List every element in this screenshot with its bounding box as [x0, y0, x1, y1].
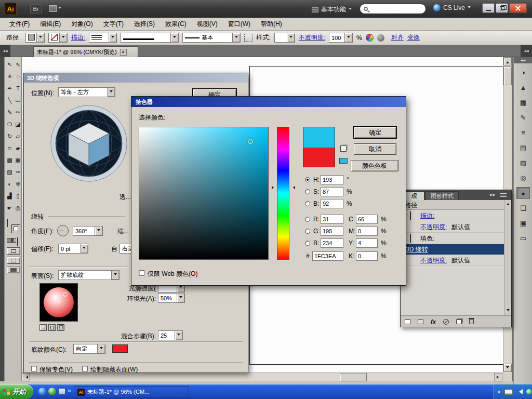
eraser-tool[interactable]: ◪ — [14, 120, 22, 128]
pen-tool[interactable]: ✒ — [6, 84, 14, 92]
volume-icon[interactable] — [516, 389, 523, 394]
free-transform-tool[interactable]: ▰ — [14, 144, 22, 152]
y-input[interactable] — [356, 238, 378, 248]
angle-dropdown[interactable]: 360° — [73, 226, 103, 236]
light-handle[interactable] — [63, 292, 68, 297]
g-radio[interactable] — [305, 229, 310, 234]
minimize-button[interactable] — [482, 3, 495, 13]
workspace-switcher[interactable]: 基本功能 — [312, 4, 352, 15]
artboards-panel-icon[interactable]: ▭ — [516, 232, 530, 244]
select-similar-icon[interactable] — [244, 34, 252, 42]
rectangle-tool[interactable]: ▭ — [14, 96, 22, 104]
right-panel-collapse[interactable]: ◀◀ — [521, 45, 532, 57]
b2-input[interactable] — [321, 238, 343, 248]
layers-panel-icon[interactable]: ▣ — [516, 217, 530, 229]
stroke-weight-dropdown[interactable] — [89, 33, 117, 43]
s-input[interactable] — [321, 187, 343, 196]
new-fill-icon[interactable] — [418, 320, 423, 324]
new-stroke-icon[interactable] — [405, 320, 410, 324]
blend-tool[interactable]: ◐ — [6, 180, 14, 188]
stroke-link[interactable]: 描边: — [71, 33, 85, 42]
surface-dropdown[interactable]: 扩散底纹 — [58, 270, 119, 280]
b-radio[interactable] — [305, 201, 310, 206]
r-input[interactable] — [321, 215, 343, 224]
opacity-link[interactable]: 不透明度: — [299, 33, 325, 42]
input-method-icon[interactable] — [504, 389, 513, 395]
transparency-panel-icon[interactable]: ▨ — [516, 157, 530, 169]
panel-scroll-down-icon[interactable] — [507, 309, 510, 313]
selection-tool[interactable]: ↖ — [6, 60, 14, 69]
object-opacity-link[interactable]: 不透明度: — [420, 256, 447, 265]
move-light-button[interactable] — [39, 324, 47, 331]
k-input[interactable] — [356, 251, 378, 261]
panel-menu-icon[interactable] — [500, 193, 507, 197]
fill-row[interactable]: 填色: — [401, 233, 504, 244]
transform-link[interactable]: 变换 — [407, 33, 420, 42]
menu-object[interactable]: 对象(O) — [66, 20, 98, 29]
recolor-artwork-icon[interactable] — [366, 34, 374, 42]
restore-button[interactable] — [496, 3, 508, 13]
symbol-sprayer-tool[interactable]: ❉ — [14, 180, 22, 188]
mesh-tool[interactable]: ▦ — [14, 156, 22, 164]
hex-input[interactable] — [312, 251, 343, 261]
tab-close-icon[interactable]: ✕ — [120, 49, 127, 56]
add-effect-icon[interactable]: fx — [431, 318, 436, 325]
width-tool[interactable]: ≍ — [6, 144, 14, 152]
quick-launch-mail-icon[interactable] — [48, 388, 56, 395]
none-mode-button[interactable] — [17, 237, 18, 246]
screen-mode-button[interactable] — [7, 266, 20, 273]
shading-color-dropdown[interactable]: 自定 — [73, 344, 105, 354]
web-color-snap-swatch[interactable] — [339, 158, 348, 164]
column-graph-tool[interactable]: ▟ — [6, 192, 14, 200]
stroke-opacity-link[interactable]: 不透明度: — [420, 223, 447, 232]
g-input[interactable] — [321, 227, 343, 236]
quick-launch-show-desktop-icon[interactable] — [58, 388, 65, 395]
tray-status-icon[interactable] — [526, 389, 531, 394]
gradient-tool[interactable]: ▨ — [6, 168, 14, 176]
web-only-checkbox[interactable] — [139, 270, 144, 276]
color-panel-icon[interactable]: ◑ — [516, 66, 530, 78]
preserve-spot-checkbox[interactable] — [31, 366, 37, 371]
hue-marker-right-icon[interactable] — [291, 186, 295, 189]
picker-cancel-button[interactable]: 取消 — [354, 143, 396, 155]
bridge-icon[interactable]: Br — [30, 4, 42, 14]
trackball-preview[interactable] — [50, 104, 128, 182]
color-mode-button[interactable] — [7, 238, 11, 243]
lighting-sphere-preview[interactable] — [39, 283, 78, 322]
direct-selection-tool[interactable]: ⇖ — [14, 60, 22, 69]
shape-builder-tool[interactable]: ▩ — [6, 156, 14, 164]
menu-select[interactable]: 选择(S) — [129, 20, 160, 29]
symbol-options-icon[interactable] — [377, 34, 384, 42]
b-input[interactable] — [321, 199, 343, 208]
menu-view[interactable]: 视图(V) — [192, 20, 223, 29]
type-tool[interactable]: T — [14, 84, 22, 92]
scroll-down-button[interactable] — [503, 364, 512, 372]
brush-definition-dropdown[interactable]: 基本 — [182, 33, 241, 43]
symbols-panel-icon[interactable]: ◎ — [516, 172, 530, 184]
appearance-panel-icon[interactable]: ● — [516, 187, 530, 199]
draw-behind-button[interactable] — [7, 257, 20, 264]
color-picker-title-bar[interactable]: 拾色器 — [131, 97, 406, 107]
rotate-tool[interactable]: ↻ — [6, 132, 14, 140]
h-radio[interactable] — [305, 177, 310, 182]
graphic-styles-panel-icon[interactable]: ❏ — [516, 202, 530, 214]
tray-chevron-icon[interactable]: « — [497, 388, 501, 395]
vertical-scroll-thumb[interactable] — [503, 66, 512, 85]
menu-help[interactable]: 帮助(H) — [256, 20, 287, 29]
scroll-left-button[interactable] — [22, 373, 30, 381]
gradient-panel-icon[interactable]: ▤ — [516, 142, 530, 154]
style-dropdown[interactable] — [274, 33, 295, 43]
line-segment-tool[interactable]: ╲ — [6, 96, 14, 104]
draw-hidden-checkbox[interactable] — [82, 366, 88, 371]
zoom-tool[interactable]: ◎ — [14, 204, 22, 212]
panel-expand-arrows[interactable]: ▶▶ — [490, 193, 496, 197]
hue-slider[interactable] — [277, 127, 289, 260]
menu-effect[interactable]: 效果(C) — [160, 20, 192, 29]
panel-scroll-up-icon[interactable] — [507, 202, 510, 205]
artboard-tool[interactable]: ▯ — [14, 192, 22, 200]
dialog-3d-title-bar[interactable]: 3D 绕转选项 — [24, 73, 248, 83]
color-guide-panel-icon[interactable]: ▲ — [516, 82, 530, 94]
align-link[interactable]: 对齐 — [391, 33, 404, 42]
menu-window[interactable]: 窗口(W) — [223, 20, 256, 29]
m-input[interactable] — [356, 227, 378, 236]
